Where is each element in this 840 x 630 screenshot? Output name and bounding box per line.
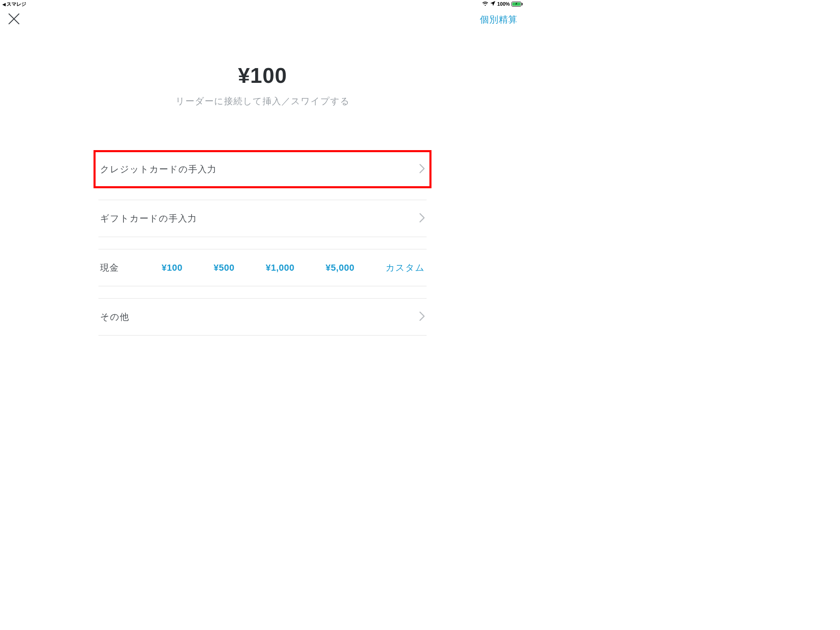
list-divider [98,188,427,200]
cash-option-1000[interactable]: ¥1,000 [266,262,294,273]
close-button[interactable] [5,11,23,29]
credit-card-manual-label: クレジットカードの手入力 [100,163,217,176]
content: ¥100 リーダーに接続して挿入／スワイプする クレジットカードの手入力 ギフト… [98,63,427,336]
status-right: 100% ⚡︎ [482,1,523,7]
cash-label: 現金 [100,262,162,274]
status-back-app-label: スマレジ [7,1,26,8]
back-triangle-icon: ◀ [2,2,6,7]
cash-option-500[interactable]: ¥500 [214,262,235,273]
gift-card-manual-row[interactable]: ギフトカードの手入力 [98,200,427,237]
split-payment-button[interactable]: 個別精算 [480,14,518,26]
chevron-right-icon [419,311,425,323]
nav-bar: 個別精算 [0,8,525,31]
reader-instruction: リーダーに接続して挿入／スワイプする [98,95,427,107]
list-divider [98,237,427,249]
wifi-icon [482,1,488,7]
status-bar: ◀ スマレジ 100% ⚡︎ [0,0,525,8]
amount-display: ¥100 [98,63,427,88]
payment-method-list: クレジットカードの手入力 ギフトカードの手入力 現金 ¥100 ¥500 ¥1,… [98,151,427,336]
battery-icon: ⚡︎ [511,2,523,7]
split-payment-label: 個別精算 [480,14,518,25]
cash-row: 現金 ¥100 ¥500 ¥1,000 ¥5,000 カスタム [98,249,427,286]
cash-option-custom[interactable]: カスタム [386,262,425,274]
cash-option-100[interactable]: ¥100 [162,262,183,273]
close-icon [8,13,20,27]
amount-block: ¥100 リーダーに接続して挿入／スワイプする [98,63,427,107]
location-icon [490,1,495,7]
chevron-right-icon [419,213,425,224]
chevron-right-icon [419,164,425,175]
list-divider [98,286,427,299]
cash-options: ¥100 ¥500 ¥1,000 ¥5,000 カスタム [162,262,425,274]
other-payment-row[interactable]: その他 [98,299,427,336]
cash-option-5000[interactable]: ¥5,000 [326,262,354,273]
gift-card-manual-label: ギフトカードの手入力 [100,212,197,225]
other-payment-label: その他 [100,311,129,323]
credit-card-manual-row[interactable]: クレジットカードの手入力 [98,151,427,188]
status-back-app[interactable]: ◀ スマレジ [2,1,26,8]
battery-pct-label: 100% [497,1,510,7]
